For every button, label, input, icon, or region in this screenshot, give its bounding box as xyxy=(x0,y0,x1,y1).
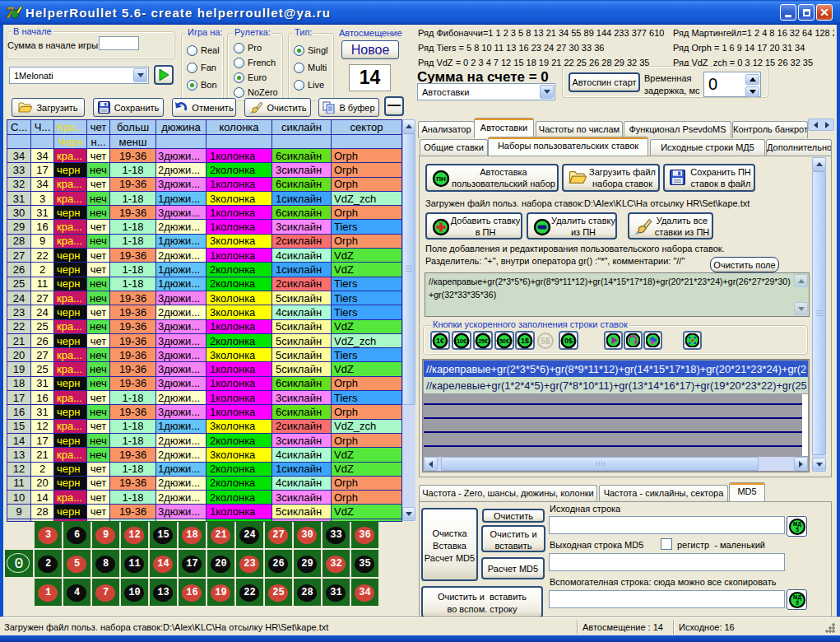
svg-text:25€: 25€ xyxy=(478,338,488,344)
svg-text:5$: 5$ xyxy=(541,337,550,346)
svg-text:5: 5 xyxy=(796,527,799,533)
svg-text:0$: 0$ xyxy=(564,337,573,345)
svg-text:50€: 50€ xyxy=(499,338,509,344)
svg-text:1$: 1$ xyxy=(521,337,529,345)
svg-text:1€: 1€ xyxy=(436,337,444,345)
svg-text:10€: 10€ xyxy=(457,338,466,344)
svg-text:5: 5 xyxy=(796,600,799,606)
svg-text:ПН: ПН xyxy=(436,175,446,183)
svg-text:7: 7 xyxy=(6,4,15,21)
